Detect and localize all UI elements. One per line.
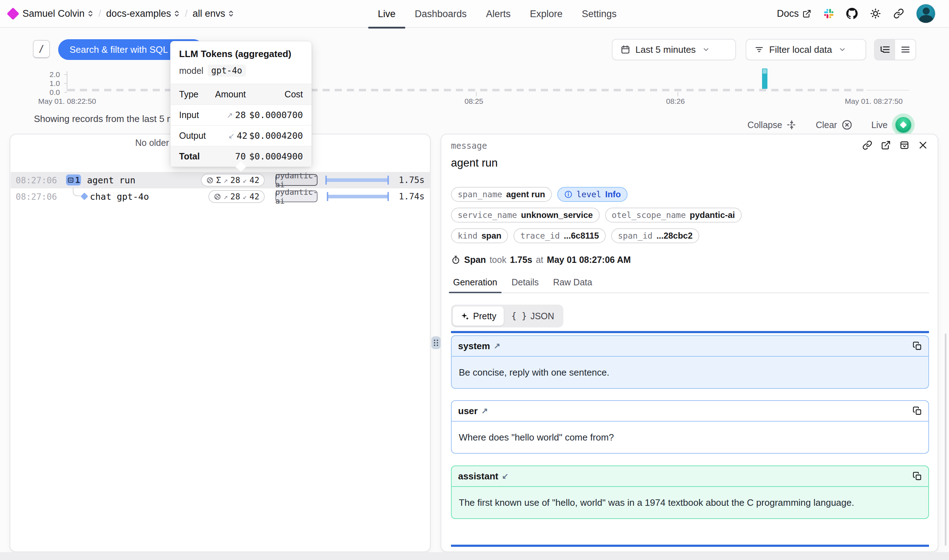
token-summary-pill[interactable]: ↗ 28 ↙ 42	[208, 190, 265, 203]
histogram-bar[interactable]	[762, 68, 768, 89]
trace-row-chat-gpt4o[interactable]: 08:27:06 chat gpt-4o ↗ 28 ↙ 42 pydantic-…	[11, 188, 430, 205]
json-view-option[interactable]: { } JSON	[504, 306, 561, 326]
dock-panel-icon[interactable]	[900, 140, 909, 150]
tree-view-toggle[interactable]	[875, 40, 895, 60]
pill-label: service_name	[458, 211, 517, 220]
duration-value: 1.74s	[399, 192, 425, 202]
output-arrow-icon: ↙	[243, 176, 247, 185]
llm-tokens-tooltip: LLM Tokens (aggregated) model gpt-4o Typ…	[170, 41, 312, 167]
clear-button[interactable]: Clear	[815, 119, 853, 131]
time-range-value: Last 5 minutes	[635, 44, 696, 55]
tab-details[interactable]: Details	[509, 277, 541, 292]
stopwatch-icon	[451, 255, 461, 265]
tab-raw-data[interactable]: Raw Data	[551, 277, 594, 292]
output-tokens: 42	[249, 175, 259, 185]
duration-bar[interactable]	[325, 178, 389, 182]
span-name: agent run	[87, 175, 135, 186]
span-name-pill[interactable]: span_name agent run	[451, 187, 552, 202]
breadcrumb-org[interactable]: Samuel Colvin	[23, 8, 94, 19]
col-type: Type	[179, 89, 203, 100]
tab-generation[interactable]: Generation	[451, 277, 500, 292]
pill-label: span_name	[458, 190, 502, 199]
copy-icon[interactable]	[913, 472, 922, 481]
github-icon[interactable]	[846, 8, 858, 19]
x-axis-tick-label: 08:25	[465, 97, 483, 106]
output-tokens: 42	[249, 192, 259, 201]
external-link-icon	[802, 9, 811, 18]
panel-resize-handle[interactable]	[431, 336, 441, 349]
span-duration-line: Span took 1.75s at May 01 08:27:06 AM	[451, 255, 631, 265]
breadcrumb-separator: /	[185, 8, 188, 19]
input-arrow-icon: ↗	[226, 111, 233, 120]
copy-icon[interactable]	[913, 342, 922, 351]
slash-shortcut-key[interactable]: /	[33, 40, 50, 58]
nav-tab-settings[interactable]: Settings	[572, 0, 626, 28]
trace-id-pill[interactable]: trace_id ...6c8115	[514, 228, 606, 243]
nav-tab-live[interactable]: Live	[368, 0, 405, 28]
timeline-rule-bottom	[451, 545, 929, 547]
project-name: docs-examples	[106, 8, 171, 19]
header-actions: Docs	[777, 4, 935, 23]
copy-icon[interactable]	[913, 406, 922, 415]
input-tokens: 28	[231, 192, 240, 201]
scope-tag[interactable]: pydantic-ai	[275, 191, 317, 202]
list-view-toggle[interactable]	[895, 40, 915, 60]
tokens-table: Type Amount Cost Input ↗28 $0.0000700 Ou…	[171, 84, 311, 166]
live-toggle[interactable]: Live	[871, 114, 915, 136]
close-icon[interactable]	[918, 140, 928, 150]
collapse-label: Collapse	[748, 120, 782, 130]
breadcrumb-env[interactable]: all envs	[193, 8, 234, 19]
docs-link[interactable]: Docs	[777, 8, 811, 19]
pill-value: ...28cbc2	[657, 231, 692, 241]
token-summary-pill[interactable]: Σ ↗ 28 ↙ 42	[201, 174, 265, 186]
tree-view-icon	[880, 44, 891, 55]
output-arrow-icon: ↙	[228, 132, 235, 140]
slack-icon[interactable]	[823, 8, 834, 19]
breadcrumb-project[interactable]: docs-examples	[106, 8, 180, 19]
message-block-assistant: assistant ↙ The first known use of "hell…	[451, 466, 929, 519]
pydantic-logo-icon[interactable]	[7, 7, 19, 20]
nav-tab-dashboards[interactable]: Dashboards	[405, 0, 477, 28]
duration-bar[interactable]	[327, 195, 389, 198]
pretty-label: Pretty	[473, 311, 496, 322]
chevron-down-icon	[838, 46, 846, 54]
nav-tab-alerts[interactable]: Alerts	[476, 0, 520, 28]
otel-scope-pill[interactable]: otel_scope_name pydantic-ai	[605, 208, 742, 223]
filter-local-data-dropdown[interactable]: Filter local data	[746, 39, 866, 60]
tokens-row-output: Output ↙42 $0.0004200	[171, 125, 311, 146]
collapse-button[interactable]: Collapse	[748, 120, 797, 130]
open-external-icon[interactable]	[881, 140, 891, 150]
span-id-pill[interactable]: span_id ...28cbc2	[611, 228, 699, 243]
level-pill[interactable]: level Info	[557, 187, 628, 202]
live-indicator-button[interactable]	[892, 114, 915, 136]
pretty-view-option[interactable]: Pretty	[453, 306, 504, 326]
time-range-dropdown[interactable]: Last 5 minutes	[612, 39, 736, 60]
clear-label: Clear	[815, 120, 837, 130]
detail-panel-actions	[862, 140, 928, 150]
user-avatar[interactable]	[916, 4, 935, 23]
scope-tag[interactable]: pydantic-ai	[275, 174, 317, 186]
trace-timestamp: 08:27:06	[16, 192, 57, 202]
trace-row-agent-run[interactable]: 08:27:06 1 agent run Σ ↗ 28 ↙ 42 pydanti…	[11, 172, 430, 188]
breadcrumb: Samuel Colvin / docs-examples / all envs	[9, 8, 234, 19]
x-tick	[677, 92, 678, 96]
role-label: system	[458, 341, 490, 352]
row-cost: $0.0004900	[246, 151, 303, 162]
service-name-pill[interactable]: service_name unknown_service	[451, 208, 600, 223]
theme-sun-icon[interactable]	[870, 8, 881, 19]
collapse-children-badge[interactable]: 1	[66, 174, 81, 186]
scrollbar-thumb[interactable]	[945, 334, 946, 546]
nav-tab-explore[interactable]: Explore	[520, 0, 572, 28]
kind-pill[interactable]: kind span	[451, 228, 508, 243]
share-link-icon[interactable]	[894, 8, 904, 19]
top-header: Samuel Colvin / docs-examples / all envs…	[0, 0, 949, 28]
copy-link-icon[interactable]	[862, 140, 872, 150]
message-block-system: system ↗ Be concise, reply with one sent…	[451, 335, 929, 389]
sparkles-icon	[460, 311, 469, 321]
y-tick-label: 1.0	[42, 79, 60, 88]
tree-connector	[73, 188, 81, 196]
org-name: Samuel Colvin	[23, 8, 85, 19]
tokens-table-header: Type Amount Cost	[171, 84, 311, 105]
live-label: Live	[871, 120, 887, 130]
docs-label: Docs	[777, 8, 799, 19]
